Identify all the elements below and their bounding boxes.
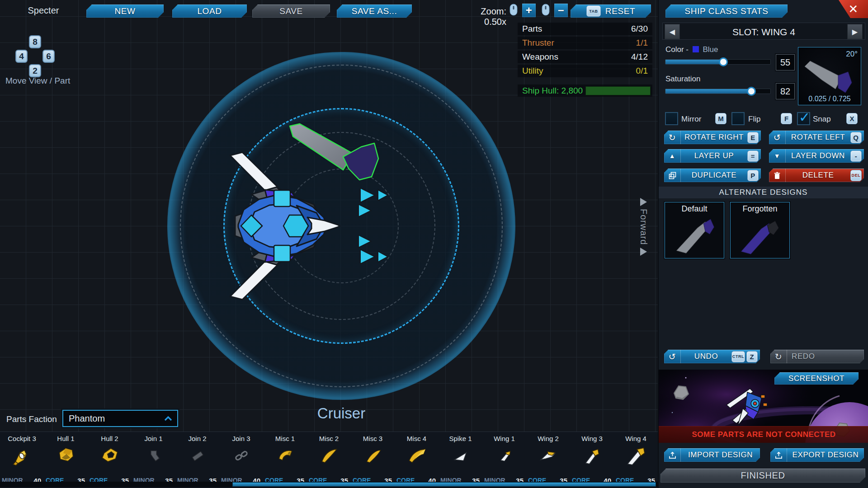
stat-label: Weapons <box>522 52 558 62</box>
import-design-button[interactable]: IMPORT DESIGN <box>664 448 760 462</box>
screenshot-button[interactable]: SCREENSHOT <box>774 372 859 385</box>
color-slider-fill <box>665 60 723 64</box>
mirror-checkbox[interactable] <box>665 112 678 125</box>
undo-button[interactable]: ↺ UNDO CTRL Z <box>664 350 760 363</box>
part-card[interactable]: Wing 1 MINOR 35 <box>482 432 526 488</box>
export-icon <box>770 448 787 462</box>
part-name: Wing 3 <box>570 435 614 442</box>
part-card[interactable]: Join 3 MINOR 40 <box>219 432 263 488</box>
prev-slot-button[interactable]: ◀ <box>665 24 680 39</box>
z-key-icon: Z <box>746 351 758 362</box>
snap-label: Snap <box>813 115 831 124</box>
forward-arrow-icon <box>640 198 647 206</box>
new-button[interactable]: NEW <box>86 5 164 18</box>
part-icon <box>275 446 296 468</box>
parts-scrollbar-track[interactable] <box>0 482 658 487</box>
e-key-icon: E <box>747 132 759 143</box>
next-slot-button[interactable]: ▶ <box>847 24 863 39</box>
color-swatch <box>693 46 699 52</box>
zoom-label: Zoom: 0.50x <box>457 6 506 27</box>
part-card[interactable]: Misc 4 CORE 40 <box>395 432 439 488</box>
slot-title: SLOT: WING 4 <box>686 27 842 38</box>
zoom-in-button[interactable]: + <box>522 4 536 17</box>
color-slider-thumb[interactable] <box>719 57 728 66</box>
layer-down-button[interactable]: ▼ LAYER DOWN - <box>769 149 864 163</box>
parts-faction-dropdown[interactable]: Phantom <box>62 410 178 427</box>
saturation-label: Saturation <box>665 75 701 84</box>
ship-stats-panel: Parts 6/30 Thruster 1/1 Weapons 4/12 Uti… <box>518 23 652 77</box>
part-card[interactable]: Wing 3 CORE 40 <box>570 432 614 488</box>
color-slider[interactable] <box>665 59 771 65</box>
load-button[interactable]: LOAD <box>172 5 247 18</box>
color-name: Blue <box>703 45 718 54</box>
import-icon <box>664 448 681 462</box>
stat-value: 0/1 <box>636 66 648 76</box>
color-value[interactable]: 55 <box>776 54 795 70</box>
stat-label: Parts <box>522 24 542 34</box>
snap-checkbox[interactable]: ✓ <box>797 112 810 125</box>
ctrl-key-icon: CTRL <box>731 351 745 362</box>
flip-key-icon: F <box>781 113 792 124</box>
check-icon: ✓ <box>799 109 810 125</box>
saturation-slider-fill <box>665 89 751 94</box>
rotate-ccw-icon: ↺ <box>769 131 786 144</box>
ship-class-stats-button[interactable]: SHIP CLASS STATS <box>665 5 788 18</box>
mouse-scroll-icon <box>509 4 518 18</box>
selected-part-wing4 <box>290 124 378 180</box>
save-as-button[interactable]: SAVE AS... <box>337 5 412 18</box>
finished-button[interactable]: FINISHED <box>660 469 865 483</box>
part-card[interactable]: Hull 1 CORE 35 <box>44 432 88 488</box>
part-icon <box>450 446 471 468</box>
part-options-panel: SHIP CLASS STATS ◀ ▶ SLOT: WING 4 Color … <box>658 0 868 488</box>
part-card[interactable]: Misc 2 CORE 35 <box>307 432 351 488</box>
parts-scrollbar-thumb[interactable] <box>232 482 656 487</box>
design-thumbnail[interactable]: Forgotten <box>730 202 790 258</box>
layer-up-button[interactable]: ▲ LAYER UP = <box>664 149 761 163</box>
zoom-out-button[interactable]: − <box>554 4 568 17</box>
delete-button[interactable]: DELETE DEL <box>769 169 864 182</box>
saturation-slider-thumb[interactable] <box>747 87 756 96</box>
hull-label: Ship Hull: 2,800 <box>522 86 583 96</box>
mirror-label: Mirror <box>681 115 701 124</box>
part-card[interactable]: Wing 2 CORE 35 <box>526 432 570 488</box>
export-design-button[interactable]: EXPORT DESIGN <box>770 448 864 462</box>
part-card[interactable]: Join 1 MINOR 35 <box>132 432 175 488</box>
part-name: Misc 2 <box>307 435 351 442</box>
saturation-slider[interactable] <box>665 89 771 94</box>
stat-row: Weapons 4/12 <box>518 51 652 63</box>
part-card[interactable]: Join 2 MINOR 35 <box>175 432 219 488</box>
part-icon <box>494 446 515 468</box>
part-card[interactable]: Misc 3 CORE 35 <box>351 432 395 488</box>
stat-value: 6/30 <box>631 24 648 34</box>
save-button[interactable]: SAVE <box>252 5 330 18</box>
part-icon <box>231 446 252 468</box>
numpad-8-key: 8 <box>29 35 41 48</box>
stat-label: Thruster <box>522 38 554 48</box>
stat-value: 1/1 <box>636 38 648 48</box>
q-key-icon: Q <box>850 132 862 143</box>
part-name: Misc 1 <box>263 435 307 442</box>
part-card[interactable]: Spike 1 MINOR 35 <box>439 432 482 488</box>
duplicate-button[interactable]: DUPLICATE P <box>664 169 761 182</box>
part-card[interactable]: Misc 1 CORE 35 <box>263 432 307 488</box>
numpad-6-key: 6 <box>42 50 55 63</box>
redo-button[interactable]: ↻ REDO <box>770 350 864 363</box>
part-icon <box>319 446 340 468</box>
part-icon <box>406 446 427 468</box>
part-icon <box>582 446 603 468</box>
saturation-value[interactable]: 82 <box>776 83 795 99</box>
part-angle: 20° <box>846 50 858 59</box>
mirror-key-icon: M <box>715 113 726 124</box>
part-name: Misc 4 <box>395 435 439 442</box>
rotate-right-button[interactable]: ↻ ROTATE RIGHT E <box>664 131 761 144</box>
flip-checkbox[interactable] <box>731 112 745 125</box>
design-thumbnail[interactable]: Default <box>665 202 724 258</box>
part-offset: 0.025 / 0.725 <box>798 95 861 103</box>
part-icon <box>363 446 383 468</box>
rotate-left-button[interactable]: ↺ ROTATE LEFT Q <box>769 131 864 144</box>
part-card[interactable]: Cockpit 3 MINOR 40 <box>0 432 44 488</box>
part-name: Wing 4 <box>614 435 658 442</box>
part-card[interactable]: Wing 4 CORE 35 <box>614 432 658 488</box>
part-card[interactable]: Hull 2 CORE 35 <box>88 432 132 488</box>
reset-view-button[interactable]: TAB RESET <box>571 5 651 18</box>
